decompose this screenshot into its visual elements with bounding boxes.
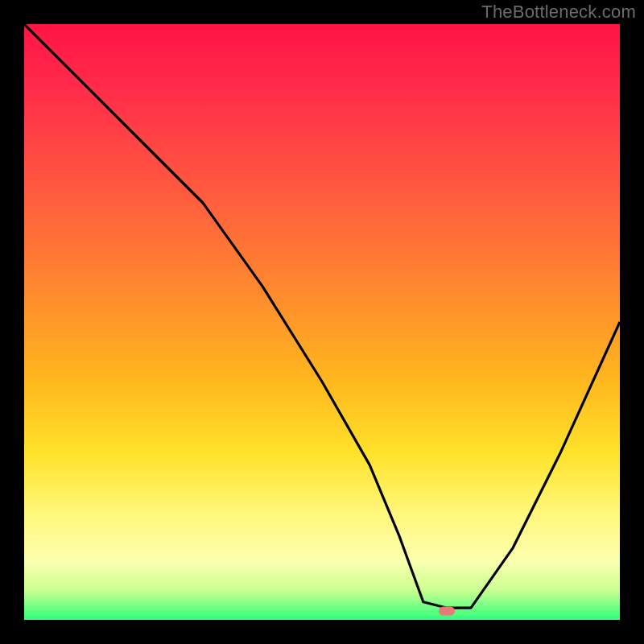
bottleneck-curve <box>24 24 620 620</box>
chart-frame: TheBottleneck.com <box>0 0 644 644</box>
curve-path <box>24 24 620 608</box>
plot-area <box>24 24 620 620</box>
watermark-label: TheBottleneck.com <box>481 2 636 23</box>
optimal-marker <box>439 606 455 615</box>
